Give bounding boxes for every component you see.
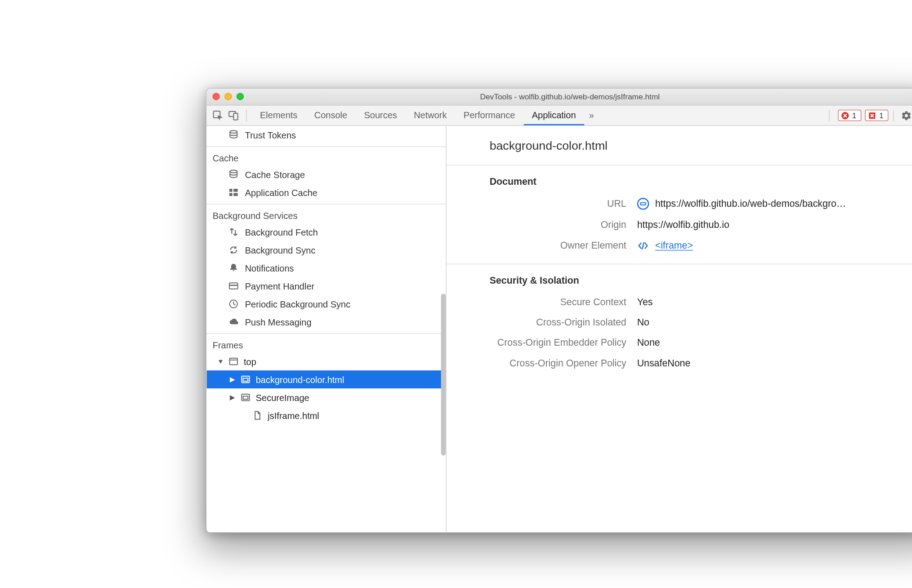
titlebar: DevTools - wolfib.github.io/web-demos/js… xyxy=(206,89,912,105)
svg-rect-13 xyxy=(233,193,237,196)
label-coep: Cross-Origin Embedder Policy xyxy=(447,337,626,348)
tree-label: jsIframe.html xyxy=(268,410,319,420)
close-icon[interactable] xyxy=(213,93,220,100)
tree-row-background-color[interactable]: ▶ background-color.html xyxy=(206,370,446,388)
label-owner-element: Owner Element xyxy=(447,240,626,251)
devtools-tabs: Elements Console Sources Network Perform… xyxy=(251,105,599,125)
tree-label: top xyxy=(244,356,256,366)
chevron-down-icon[interactable]: ▼ xyxy=(217,358,223,365)
tree-row-jsiframe[interactable]: jsIframe.html xyxy=(206,406,446,424)
svg-point-9 xyxy=(230,170,237,173)
sidebar-item-trust-tokens[interactable]: Trust Tokens xyxy=(206,126,446,144)
svg-rect-15 xyxy=(229,285,238,286)
svg-rect-11 xyxy=(233,189,237,192)
transfer-icon xyxy=(228,227,239,237)
sidebar-item-periodic-background-sync[interactable]: Periodic Background Sync xyxy=(206,295,446,313)
value-coep: None xyxy=(637,337,660,348)
clock-icon xyxy=(228,298,239,309)
tab-network[interactable]: Network xyxy=(405,105,455,125)
sidebar-item-payment-handler[interactable]: Payment Handler xyxy=(206,277,446,295)
devtools-toolbar: Elements Console Sources Network Perform… xyxy=(206,105,912,125)
tab-elements[interactable]: Elements xyxy=(251,105,306,125)
group-frames-title: Frames xyxy=(206,334,446,352)
tab-console[interactable]: Console xyxy=(306,105,356,125)
item-label: Background Sync xyxy=(245,245,316,255)
svg-point-8 xyxy=(230,130,237,133)
window-icon xyxy=(228,356,239,367)
item-label: Trust Tokens xyxy=(245,129,296,140)
page-title: background-color.html xyxy=(447,126,912,165)
section-heading: Document xyxy=(447,176,912,193)
issue-count: 1 xyxy=(879,111,884,120)
scrollbar[interactable] xyxy=(441,294,446,455)
section-heading: Security & Isolation xyxy=(447,275,912,292)
svg-rect-22 xyxy=(243,396,248,399)
label-url: URL xyxy=(447,198,626,209)
sidebar-item-application-cache[interactable]: Application Cache xyxy=(206,183,446,201)
label-cross-origin-isolated: Cross-Origin Isolated xyxy=(447,317,626,328)
svg-rect-17 xyxy=(230,358,237,365)
item-label: Background Fetch xyxy=(245,227,318,237)
device-toggle-icon[interactable] xyxy=(226,107,241,123)
sidebar-item-background-fetch[interactable]: Background Fetch xyxy=(206,223,446,241)
link-owner-iframe[interactable]: <iframe> xyxy=(655,240,693,251)
value-url: https://wolfib.github.io/web-demos/backg… xyxy=(655,198,846,209)
application-sidebar: Trust Tokens Cache Cache Storage Applica… xyxy=(206,126,446,532)
sync-icon xyxy=(228,245,239,255)
chevron-right-icon[interactable]: ▶ xyxy=(229,393,235,401)
reveal-in-elements-icon[interactable] xyxy=(637,240,649,252)
section-document: Document URL https://wolfib.github.io/we… xyxy=(447,165,912,264)
database-icon xyxy=(228,129,239,140)
sidebar-item-cache-storage[interactable]: Cache Storage xyxy=(206,165,446,183)
chevron-right-icon[interactable]: ▶ xyxy=(229,375,235,383)
error-count: 1 xyxy=(852,111,857,120)
reveal-in-network-icon[interactable] xyxy=(637,198,649,210)
error-badge[interactable]: 1 xyxy=(838,110,861,121)
tab-application[interactable]: Application xyxy=(523,105,584,125)
grid-icon xyxy=(228,187,239,198)
sidebar-item-background-sync[interactable]: Background Sync xyxy=(206,241,446,259)
label-origin: Origin xyxy=(447,219,626,230)
svg-rect-2 xyxy=(233,113,237,120)
iframe-icon xyxy=(240,392,251,403)
svg-rect-12 xyxy=(229,193,232,196)
tree-label: SecureImage xyxy=(256,392,309,402)
bell-icon xyxy=(228,263,239,273)
sidebar-item-notifications[interactable]: Notifications xyxy=(206,259,446,277)
value-cross-origin-isolated: No xyxy=(637,317,649,328)
value-origin: https://wolfib.github.io xyxy=(637,219,729,230)
minimize-icon[interactable] xyxy=(224,93,232,100)
zoom-icon[interactable] xyxy=(237,93,244,100)
tree-row-secureimage[interactable]: ▶ SecureImage xyxy=(206,388,446,406)
svg-line-24 xyxy=(642,242,644,249)
tree-label: background-color.html xyxy=(256,374,344,384)
item-label: Payment Handler xyxy=(245,281,315,291)
traffic-lights xyxy=(213,93,244,100)
value-coop: UnsafeNone xyxy=(637,358,691,369)
group-cache-title: Cache xyxy=(206,147,446,165)
issue-badge[interactable]: 1 xyxy=(865,110,888,121)
credit-card-icon xyxy=(228,281,239,291)
item-label: Periodic Background Sync xyxy=(245,298,351,309)
devtools-window: DevTools - wolfib.github.io/web-demos/js… xyxy=(206,88,912,533)
sidebar-item-push-messaging[interactable]: Push Messaging xyxy=(206,313,446,331)
item-label: Application Cache xyxy=(245,187,317,197)
group-bg-services-title: Background Services xyxy=(206,204,446,223)
item-label: Push Messaging xyxy=(245,316,312,327)
tabs-overflow-icon[interactable]: » xyxy=(584,105,599,125)
inspect-icon[interactable] xyxy=(210,107,226,123)
svg-rect-20 xyxy=(243,378,248,381)
item-label: Cache Storage xyxy=(245,169,305,179)
item-label: Notifications xyxy=(245,263,294,273)
svg-rect-23 xyxy=(640,202,646,205)
tab-sources[interactable]: Sources xyxy=(356,105,406,125)
frame-details-panel: background-color.html Document URL https… xyxy=(447,126,912,532)
label-secure-context: Secure Context xyxy=(447,297,626,307)
section-security-isolation: Security & Isolation Secure Context Yes … xyxy=(447,264,912,381)
cloud-icon xyxy=(228,316,239,327)
separator xyxy=(893,109,894,121)
tab-performance[interactable]: Performance xyxy=(455,105,523,125)
settings-icon[interactable] xyxy=(899,107,912,123)
tree-row-top[interactable]: ▼ top xyxy=(206,352,446,370)
svg-rect-10 xyxy=(229,189,232,192)
